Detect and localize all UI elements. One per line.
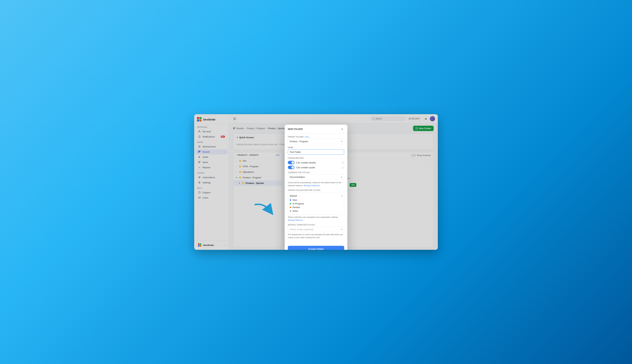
modal-body: PARENT FOLDER Clear Product - Program ▾ … <box>285 134 347 244</box>
modal-header: NEW FOLDER ✕ <box>285 125 347 134</box>
parent-folder-clear-link[interactable]: Clear <box>305 136 309 138</box>
cadence-select[interactable]: Documentation ▾ <box>288 174 344 180</box>
done-status-dot <box>290 210 291 212</box>
parent-folder-chevron-icon: ▾ <box>341 140 342 143</box>
status-item-review-label: Review <box>292 206 300 208</box>
can-contain-boards-label: Can contain boards <box>296 161 340 164</box>
status-item-in-progress: In Progress <box>290 202 342 206</box>
status-item-done-label: Done <box>292 210 298 212</box>
modal-close-button[interactable]: ✕ <box>340 127 344 131</box>
cadence-value: Documentation <box>290 176 305 178</box>
parent-folder-value: Product - Program <box>290 140 308 143</box>
parent-folder-select[interactable]: Product - Program ▾ <box>288 139 344 144</box>
review-status-dot <box>290 207 291 208</box>
team-label: DEFAULT TEAM FOR CYCLES <box>288 224 344 226</box>
status-item-new-label: New <box>292 199 297 201</box>
can-contain-cycles-toggle[interactable] <box>288 166 294 169</box>
cadence-group: CADENCE FOR CYCLES Documentation ▾ Cycle… <box>288 172 344 187</box>
can-contain-boards-toggle[interactable] <box>288 161 294 164</box>
modal-overlay: NEW FOLDER ✕ PARENT FOLDER Clear Product… <box>194 114 438 250</box>
status-hint: Status collections are managed in the or… <box>288 216 344 222</box>
team-chevron-icon: ▾ <box>341 228 342 231</box>
status-item-done: Done <box>290 209 342 213</box>
team-placeholder: Select a team (optional) <box>290 228 313 231</box>
status-dropdown[interactable]: Default ▾ New In Progress <box>288 192 344 215</box>
folder-name-group: NAME <box>288 146 344 155</box>
team-select[interactable]: Select a team (optional) ▾ <box>288 227 344 232</box>
modal-title: NEW FOLDER <box>288 128 340 130</box>
status-collection-label: STATUS COLLECTION FOR CYCLES <box>288 189 344 191</box>
status-chevron-icon: ▾ <box>341 195 342 197</box>
can-contain-cycles-row: Can contain cycles i <box>288 166 344 169</box>
new-status-dot <box>290 200 291 201</box>
configuration-group: CONFIGURATION Can contain boards i Can c… <box>288 157 344 169</box>
parent-folder-label: PARENT FOLDER Clear <box>288 136 344 138</box>
parent-folder-group: PARENT FOLDER Clear Product - Program ▾ <box>288 136 344 144</box>
can-contain-cycles-label: Can contain cycles <box>296 166 340 169</box>
cadence-label: CADENCE FOR CYCLES <box>288 172 344 174</box>
cadence-hint: Cycles will be automatically created for… <box>288 181 344 187</box>
new-folder-modal: NEW FOLDER ✕ PARENT FOLDER Clear Product… <box>285 125 347 250</box>
can-contain-boards-row: Can contain boards i <box>288 161 344 164</box>
default-team-group: DEFAULT TEAM FOR CYCLES Select a team (o… <box>288 224 344 239</box>
manage-cadences-link[interactable]: Manage Cadences <box>304 184 320 186</box>
status-item-in-progress-label: In Progress <box>292 202 304 205</box>
status-item-new: New <box>290 198 342 202</box>
cadence-chevron-icon: ▾ <box>341 176 342 178</box>
folder-name-label: NAME <box>288 146 344 148</box>
manage-statuses-link[interactable]: Manage Statuses <box>288 219 303 221</box>
team-hint: The default team is used to pre populate… <box>288 233 344 239</box>
status-item-review: Review <box>290 206 342 209</box>
can-contain-boards-info-icon[interactable]: i <box>342 161 344 164</box>
status-default-value: Default <box>290 194 297 197</box>
in-progress-status-dot <box>290 203 291 204</box>
modal-footer: Create Folder <box>285 244 347 250</box>
create-folder-button[interactable]: Create Folder <box>288 246 344 250</box>
configuration-label: CONFIGURATION <box>288 157 344 159</box>
can-contain-cycles-info-icon[interactable]: i <box>342 166 344 169</box>
status-collection-group: STATUS COLLECTION FOR CYCLES Default ▾ N… <box>288 189 344 222</box>
folder-name-input[interactable] <box>288 149 344 155</box>
